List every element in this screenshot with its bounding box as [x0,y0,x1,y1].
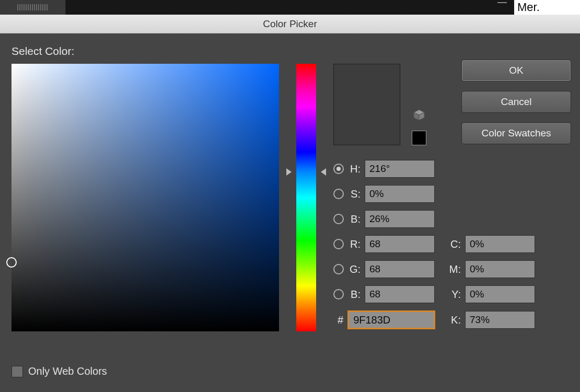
radio-s[interactable] [333,189,344,199]
color-fields: H: S: B: R: C: G: M: [333,160,563,329]
hue-slider[interactable] [296,64,316,331]
label-h: H: [347,163,361,175]
input-bb[interactable] [365,210,435,228]
color-picker-dialog: Select Color: OK Cancel Color Swatches [0,33,580,392]
panel-text: Mer. [514,0,580,15]
input-s[interactable] [365,185,435,203]
only-web-colors-checkbox[interactable] [11,366,23,377]
input-m[interactable] [465,260,535,278]
button-column: OK Cancel Color Swatches [461,60,571,144]
hue-pointer-right-icon[interactable] [321,168,326,176]
radio-g[interactable] [333,264,344,274]
input-y[interactable] [465,285,535,303]
only-web-colors-label: Only Web Colors [28,365,107,377]
label-b: B: [347,289,361,301]
previous-color-swatch[interactable] [412,131,426,145]
input-b[interactable] [365,285,435,303]
app-toolbar: Mer. [0,0,580,15]
input-hex[interactable] [347,310,435,329]
dialog-title: Color Picker [263,18,317,30]
label-y: Y: [439,289,461,301]
input-h[interactable] [365,160,435,178]
hue-pointer-left-icon[interactable] [286,168,292,176]
label-g: G: [347,263,361,275]
input-c[interactable] [465,235,535,253]
input-r[interactable] [365,235,435,253]
label-r: R: [347,238,361,250]
color-preview-swatch [333,64,400,145]
label-k: K: [439,314,461,326]
radio-b[interactable] [333,289,344,299]
color-swatches-button[interactable]: Color Swatches [461,122,571,144]
label-bb: B: [347,213,361,225]
label-m: M: [439,263,461,275]
select-color-label: Select Color: [11,45,569,57]
input-k[interactable] [465,311,535,329]
hue-column [294,64,319,331]
input-g[interactable] [365,260,435,278]
radio-r[interactable] [333,239,344,249]
minimize-icon[interactable] [497,2,507,3]
dialog-titlebar: Color Picker [0,15,580,33]
ok-button[interactable]: OK [461,60,571,82]
tool-thumb-icon [17,4,49,10]
saturation-brightness-field[interactable] [11,64,279,331]
sb-indicator-icon[interactable] [6,257,17,268]
label-hex: # [338,314,343,326]
cube-icon[interactable] [413,109,425,121]
cancel-button[interactable]: Cancel [461,91,571,113]
radio-bb[interactable] [333,214,344,224]
radio-h[interactable] [333,164,344,174]
tool-tab[interactable] [0,0,66,15]
label-c: C: [439,238,461,250]
only-web-colors-row[interactable]: Only Web Colors [11,365,107,377]
label-s: S: [347,188,361,200]
